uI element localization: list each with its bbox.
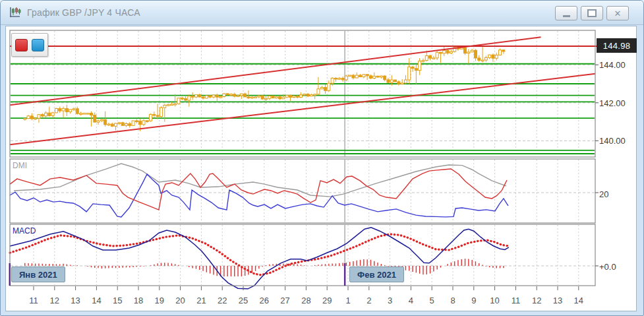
candlestick-chart-icon <box>9 6 22 19</box>
dmi-panel-label: DMI <box>13 161 27 170</box>
x-axis-day-label: 8 <box>443 296 463 305</box>
x-axis-day-label: 12 <box>45 296 65 305</box>
x-axis-day-label: 28 <box>296 296 316 305</box>
x-axis-day-label: 22 <box>212 296 232 305</box>
x-axis-day-label: 27 <box>276 296 295 305</box>
minimize-icon <box>563 15 570 17</box>
dmi-axis-tick: 20 <box>599 189 608 199</box>
month-label-jan: Янв 2021 <box>11 267 65 282</box>
x-axis-day-label: 21 <box>191 296 211 305</box>
chart-marker-toolbar <box>11 33 48 57</box>
x-axis-day-label: 25 <box>233 296 253 305</box>
chart-client-area <box>5 26 637 311</box>
x-axis-day-label: 4 <box>401 296 421 305</box>
current-price-badge: 144.98 <box>597 38 637 53</box>
x-axis-day-label: 26 <box>254 296 274 305</box>
price-tick-142: 142.00 <box>599 98 626 108</box>
macd-axis-tick: +0.0 <box>599 262 616 272</box>
x-axis-day-label: 13 <box>548 296 568 305</box>
macd-panel-label: MACD <box>13 226 36 236</box>
title-bar[interactable]: График GBP /JPY 4 ЧАСА ✕ <box>1 1 643 25</box>
restore-icon <box>587 9 597 17</box>
x-axis-day-label: 20 <box>171 296 190 305</box>
minimize-button[interactable] <box>555 6 577 20</box>
x-axis-day-label: 14 <box>569 296 589 305</box>
price-tick-140: 140.00 <box>599 136 626 146</box>
x-axis-day-label: 29 <box>317 296 337 305</box>
chart-window: График GBP /JPY 4 ЧАСА ✕ 144.98 144.00 1… <box>0 0 644 316</box>
red-marker-button[interactable] <box>15 39 28 51</box>
x-axis-day-label: 3 <box>380 296 400 305</box>
x-axis-day-label: 13 <box>66 296 86 305</box>
close-button[interactable]: ✕ <box>606 6 629 20</box>
x-axis-day-label: 18 <box>129 296 148 305</box>
x-axis-day-label: 11 <box>24 296 44 305</box>
x-axis-day-label: 10 <box>485 296 505 305</box>
x-axis-day-label: 1 <box>338 296 358 305</box>
x-axis-day-label: 14 <box>86 296 106 305</box>
x-axis-day-label: 12 <box>527 296 546 305</box>
x-axis-day-label: 19 <box>150 296 169 305</box>
x-axis-day-label: 5 <box>422 296 442 305</box>
blue-marker-button[interactable] <box>32 39 44 51</box>
price-tick-144: 144.00 <box>599 60 626 70</box>
x-axis-day-label: 11 <box>506 296 525 305</box>
month-label-feb: Фев 2021 <box>349 267 404 282</box>
x-axis-day-label: 9 <box>464 296 484 305</box>
x-axis-day-label: 2 <box>359 296 379 305</box>
close-icon: ✕ <box>614 9 622 18</box>
x-axis-day-label: 15 <box>107 296 127 305</box>
window-title: График GBP /JPY 4 ЧАСА <box>27 7 140 18</box>
restore-button[interactable] <box>581 6 603 20</box>
